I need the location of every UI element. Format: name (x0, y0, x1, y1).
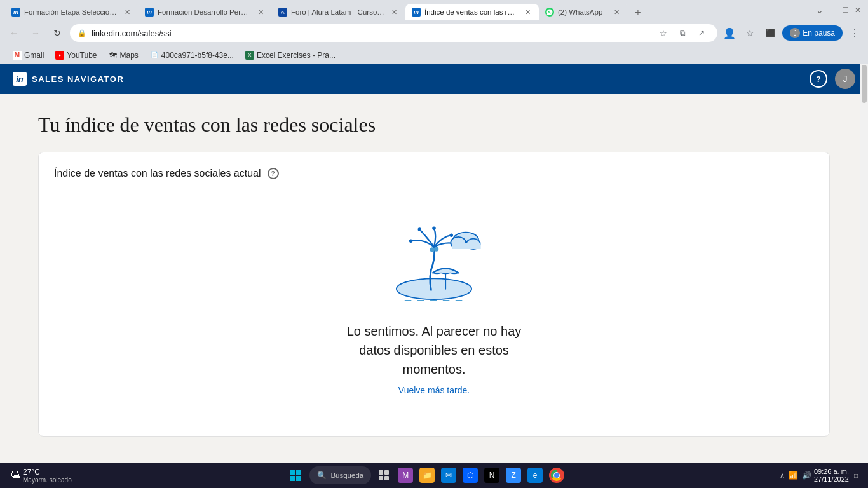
window-controls: ⌄ — ☐ ✕ (810, 5, 863, 15)
bookmark-gmail-label: Gmail (24, 51, 44, 60)
bookmark-youtube[interactable]: YouTube (50, 50, 102, 61)
tab-2-label: Formación Desarrollo Person... (158, 8, 252, 16)
address-bar-row: ← → ↻ 🔒 linkedin.com/sales/ssi ☆ ⧉ ↗ 👤 ☆… (0, 20, 868, 46)
tab-5-label: (2) WhatsApp (558, 8, 607, 16)
taskbar-app-dropbox[interactable]: ⬡ (461, 466, 479, 484)
taskbar-app-chrome[interactable] (548, 466, 566, 484)
clock-time: 09:26 a. m. (814, 468, 849, 475)
tab-4-label: Índice de ventas con las rede... (424, 8, 519, 16)
taskbar-search[interactable]: 🔍 Búsqueda (309, 466, 371, 484)
taskbar-app-zoom[interactable]: Z (505, 466, 522, 484)
card-help-icon[interactable]: ? (268, 168, 279, 179)
tab-4[interactable]: in Índice de ventas con las rede... ✕ (405, 4, 539, 20)
tabs-container: in Formación Etapa Selección: C... ✕ in … (5, 0, 810, 20)
tab-4-favicon: in (412, 8, 421, 17)
address-actions: ☆ ⧉ ↗ (655, 25, 710, 41)
ln-header: in SALES NAVIGATOR ? J (0, 64, 868, 94)
favorite-star-icon[interactable]: ☆ (742, 25, 758, 41)
excel-icon: X (245, 51, 254, 60)
restore-down-icon[interactable]: ⌄ (815, 5, 825, 15)
windows-logo-icon (290, 470, 301, 481)
start-button[interactable] (285, 465, 306, 485)
doc-400-icon: 📄 (150, 51, 159, 60)
maps-icon: 🗺 (109, 51, 118, 60)
tab-2-close[interactable]: ✕ (255, 7, 266, 17)
svg-rect-18 (379, 470, 383, 475)
svg-point-7 (418, 227, 421, 231)
bookmark-gmail[interactable]: M Gmail (8, 50, 49, 61)
profile-icon[interactable]: 👤 (721, 25, 738, 41)
system-tray: ∧ 📶 🔊 (780, 471, 811, 480)
show-desktop-icon[interactable]: □ (851, 472, 858, 479)
tab-1-label: Formación Etapa Selección: C... (24, 8, 118, 16)
taskbar-center: 🔍 Búsqueda M 📁 ✉ ⬡ N Z (79, 465, 772, 485)
address-bar[interactable]: 🔒 linkedin.com/sales/ssi ☆ ⧉ ↗ (70, 24, 717, 42)
svg-point-5 (397, 278, 471, 299)
scrollbar[interactable] (860, 64, 868, 463)
bookmark-star-icon[interactable]: ☆ (655, 25, 672, 41)
up-arrow-icon[interactable]: ∧ (780, 471, 785, 480)
taskbar-app-files[interactable]: 📁 (418, 466, 436, 484)
refresh-button[interactable]: ↻ (48, 24, 66, 42)
card-header-title: Índice de ventas con las redes sociales … (54, 168, 261, 179)
title-bar: in Formación Etapa Selección: C... ✕ in … (0, 0, 868, 20)
tab-1[interactable]: in Formación Etapa Selección: C... ✕ (5, 4, 139, 20)
ln-avatar[interactable]: J (835, 69, 855, 89)
svg-point-8 (432, 227, 435, 230)
svg-rect-20 (379, 476, 383, 480)
taskbar-app-notion[interactable]: N (483, 466, 501, 484)
forward-button[interactable]: → (27, 24, 44, 42)
split-screen-icon[interactable]: ⬛ (762, 25, 778, 41)
volume-icon: 🔊 (802, 471, 811, 480)
weather-desc: Mayorm. soleado (23, 477, 72, 484)
close-icon[interactable]: ✕ (853, 5, 863, 15)
minimize-icon[interactable]: — (827, 5, 837, 15)
tab-3-close[interactable]: ✕ (389, 7, 399, 17)
taskbar-app-meet[interactable]: M (397, 466, 414, 484)
browser-menu-icon[interactable]: ⋮ (846, 25, 863, 41)
clock-date[interactable]: 09:26 a. m. 27/11/2022 (814, 468, 849, 483)
ln-help-button[interactable]: ? (810, 70, 827, 88)
tab-3-label: Foro | Alura Latam - Cursos c... (291, 8, 385, 16)
tab-1-close[interactable]: ✕ (122, 7, 132, 17)
lock-icon: 🔒 (78, 29, 86, 37)
tab-5[interactable]: (2) WhatsApp ✕ (539, 4, 628, 20)
weather-temp: 27°C (23, 468, 72, 477)
youtube-icon (55, 51, 64, 60)
bookmark-400[interactable]: 📄 400ca971-b5f8-43e... (145, 50, 239, 61)
svg-rect-17 (452, 243, 480, 249)
ssi-card: Índice de ventas con las redes sociales … (38, 152, 830, 437)
tab-2[interactable]: in Formación Desarrollo Person... ✕ (139, 4, 272, 20)
clock-date-label: 27/11/2022 (814, 475, 849, 483)
empty-message: Lo sentimos. Al parecer no hay datos dis… (332, 322, 536, 379)
empty-state: Lo sentimos. Al parecer no hay datos dis… (54, 192, 814, 421)
tab-3-favicon: A (278, 8, 287, 17)
weather-icon: 🌤 (10, 470, 20, 481)
bookmark-excel[interactable]: X Excel Exercises - Pra... (240, 50, 341, 61)
pause-button[interactable]: J En pausa (782, 25, 843, 41)
empty-state-illustration (370, 205, 498, 306)
bookmark-excel-label: Excel Exercises - Pra... (257, 51, 336, 60)
tab-3[interactable]: A Foro | Alura Latam - Cursos c... ✕ (272, 4, 405, 20)
maximize-icon[interactable]: ☐ (840, 5, 850, 15)
task-view-icon[interactable] (375, 466, 393, 484)
svg-rect-19 (384, 470, 389, 475)
linkedin-logo-icon: in (13, 72, 27, 86)
extension-puzzle-icon[interactable]: ⧉ (674, 25, 691, 41)
scrollbar-thumb[interactable] (862, 65, 867, 103)
card-header: Índice de ventas con las redes sociales … (54, 168, 814, 179)
empty-sub-link[interactable]: Vuelve más tarde. (398, 385, 470, 395)
bookmark-maps[interactable]: 🗺 Maps (104, 50, 144, 61)
share-icon[interactable]: ↗ (693, 25, 710, 41)
tab-1-favicon: in (11, 8, 20, 17)
bookmark-400-label: 400ca971-b5f8-43e... (161, 51, 234, 60)
weather-widget: 🌤 27°C Mayorm. soleado (5, 468, 77, 484)
tab-5-close[interactable]: ✕ (611, 7, 621, 17)
tab-2-favicon: in (145, 8, 154, 17)
taskbar-app-edge[interactable]: e (526, 466, 544, 484)
tab-4-close[interactable]: ✕ (522, 7, 532, 17)
taskbar-right: ∧ 📶 🔊 09:26 a. m. 27/11/2022 □ (775, 468, 863, 483)
new-tab-button[interactable]: + (630, 5, 646, 20)
back-button[interactable]: ← (5, 24, 23, 42)
taskbar-app-mail[interactable]: ✉ (440, 466, 458, 484)
